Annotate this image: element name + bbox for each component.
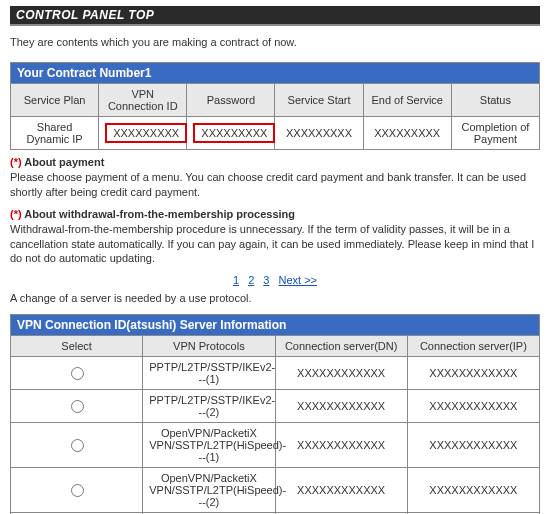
cell-password: XXXXXXXXX: [187, 117, 275, 150]
marker-icon: (*): [10, 156, 22, 168]
cell-plan: Shared Dynamic IP: [11, 117, 99, 150]
pager-next[interactable]: Next >>: [279, 274, 318, 286]
server-change-msg: A change of a server is needed by a use …: [10, 292, 540, 304]
server-row: PPTP/L2TP/SSTP/IKEv2---(1) XXXXXXXXXXXX …: [11, 357, 540, 390]
about-withdraw-body: Withdrawal-from-the-membership procedure…: [10, 222, 540, 267]
select-radio[interactable]: [71, 367, 84, 380]
server-table: VPN Connection ID(atsushi) Server Inform…: [10, 314, 540, 514]
cell-status: Completion of Payment: [451, 117, 539, 150]
cell-proto: OpenVPN/PacketiX VPN/SSTP/L2TP(HiSpeed)-…: [143, 423, 275, 468]
about-payment-title: About payment: [24, 156, 104, 168]
server-table-title: VPN Connection ID(atsushi) Server Inform…: [11, 315, 540, 336]
select-radio[interactable]: [71, 484, 84, 497]
col-service-plan: Service Plan: [11, 84, 99, 117]
contract-table-title: Your Contract Number1: [11, 63, 540, 84]
server-row: OpenVPN/PacketiX VPN/SSTP/L2TP(HiSpeed)-…: [11, 468, 540, 513]
cell-ip: XXXXXXXXXXXX: [407, 423, 539, 468]
about-payment-heading: (*) About payment: [10, 156, 540, 168]
cell-dn: XXXXXXXXXXXX: [275, 468, 407, 513]
col-protocols: VPN Protocols: [143, 336, 275, 357]
about-withdraw-heading: (*) About withdrawal-from-the-membership…: [10, 208, 540, 220]
cell-conn-id: XXXXXXXXX: [99, 117, 187, 150]
contract-table: Your Contract Number1 Service Plan VPN C…: [10, 62, 540, 150]
col-password: Password: [187, 84, 275, 117]
cell-dn: XXXXXXXXXXXX: [275, 357, 407, 390]
cell-start: XXXXXXXXX: [275, 117, 363, 150]
pager: 1 2 3 Next >>: [10, 274, 540, 286]
page-title: CONTROL PANEL TOP: [16, 8, 154, 22]
col-dn: Connection server(DN): [275, 336, 407, 357]
server-row: PPTP/L2TP/SSTP/IKEv2---(2) XXXXXXXXXXXX …: [11, 390, 540, 423]
col-status: Status: [451, 84, 539, 117]
marker-icon: (*): [10, 208, 22, 220]
pager-3[interactable]: 3: [263, 274, 269, 286]
about-payment-body: Please choose payment of a menu. You can…: [10, 170, 540, 200]
select-radio[interactable]: [71, 400, 84, 413]
highlight-conn-id: XXXXXXXXX: [105, 123, 187, 143]
cell-dn: XXXXXXXXXXXX: [275, 390, 407, 423]
cell-ip: XXXXXXXXXXXX: [407, 468, 539, 513]
contract-row: Shared Dynamic IP XXXXXXXXX XXXXXXXXX XX…: [11, 117, 540, 150]
server-row: OpenVPN/PacketiX VPN/SSTP/L2TP(HiSpeed)-…: [11, 423, 540, 468]
intro-text: They are contents which you are making a…: [10, 36, 540, 48]
page-title-bar: CONTROL PANEL TOP: [10, 6, 540, 26]
cell-ip: XXXXXXXXXXXX: [407, 390, 539, 423]
col-select: Select: [11, 336, 143, 357]
select-radio[interactable]: [71, 439, 84, 452]
cell-end: XXXXXXXXX: [363, 117, 451, 150]
cell-dn: XXXXXXXXXXXX: [275, 423, 407, 468]
cell-proto: PPTP/L2TP/SSTP/IKEv2---(1): [143, 357, 275, 390]
pager-2[interactable]: 2: [248, 274, 254, 286]
col-vpn-id: VPN Connection ID: [99, 84, 187, 117]
col-ip: Connection server(IP): [407, 336, 539, 357]
col-end: End of Service: [363, 84, 451, 117]
cell-proto: PPTP/L2TP/SSTP/IKEv2---(2): [143, 390, 275, 423]
col-start: Service Start: [275, 84, 363, 117]
cell-ip: XXXXXXXXXXXX: [407, 357, 539, 390]
pager-1[interactable]: 1: [233, 274, 239, 286]
about-withdraw-title: About withdrawal-from-the-membership pro…: [24, 208, 295, 220]
highlight-password: XXXXXXXXX: [193, 123, 275, 143]
cell-proto: OpenVPN/PacketiX VPN/SSTP/L2TP(HiSpeed)-…: [143, 468, 275, 513]
